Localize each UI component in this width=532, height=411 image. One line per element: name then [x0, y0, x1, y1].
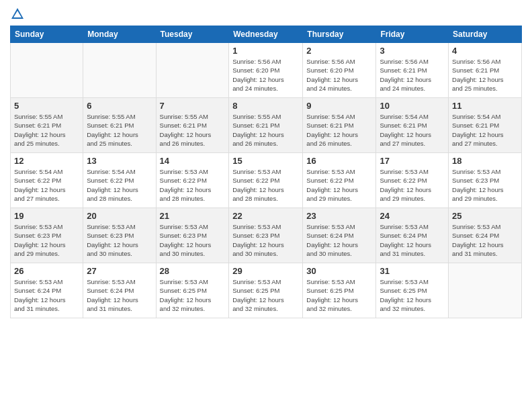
calendar-cell: 12Sunrise: 5:54 AM Sunset: 6:22 PM Dayli…: [11, 153, 83, 208]
calendar-cell: 30Sunrise: 5:53 AM Sunset: 6:25 PM Dayli…: [303, 263, 376, 318]
day-info: Sunrise: 5:53 AM Sunset: 6:23 PM Dayligh…: [452, 167, 518, 203]
day-info: Sunrise: 5:56 AM Sunset: 6:21 PM Dayligh…: [452, 57, 518, 93]
weekday-header-wednesday: Wednesday: [229, 26, 303, 43]
weekday-header-tuesday: Tuesday: [156, 26, 229, 43]
calendar-week-row: 5Sunrise: 5:55 AM Sunset: 6:21 PM Daylig…: [11, 98, 522, 153]
calendar-cell: 17Sunrise: 5:53 AM Sunset: 6:22 PM Dayli…: [376, 153, 449, 208]
calendar-cell: 28Sunrise: 5:53 AM Sunset: 6:25 PM Dayli…: [156, 263, 229, 318]
page-container: SundayMondayTuesdayWednesdayThursdayFrid…: [0, 0, 532, 322]
day-number: 10: [380, 101, 445, 111]
day-number: 2: [306, 46, 372, 56]
day-number: 31: [380, 266, 445, 276]
logo-icon: [10, 7, 25, 21]
weekday-header-friday: Friday: [376, 26, 449, 43]
day-number: 19: [14, 211, 79, 221]
day-info: Sunrise: 5:53 AM Sunset: 6:25 PM Dayligh…: [306, 277, 372, 313]
calendar-cell: 6Sunrise: 5:55 AM Sunset: 6:21 PM Daylig…: [83, 98, 156, 153]
day-number: 27: [87, 266, 152, 276]
header: [10, 7, 522, 21]
day-info: Sunrise: 5:53 AM Sunset: 6:24 PM Dayligh…: [380, 222, 445, 258]
day-info: Sunrise: 5:53 AM Sunset: 6:25 PM Dayligh…: [232, 277, 299, 313]
calendar-cell: 26Sunrise: 5:53 AM Sunset: 6:24 PM Dayli…: [11, 263, 83, 318]
day-number: 7: [160, 101, 226, 111]
day-info: Sunrise: 5:53 AM Sunset: 6:22 PM Dayligh…: [232, 167, 299, 203]
day-info: Sunrise: 5:54 AM Sunset: 6:22 PM Dayligh…: [14, 167, 79, 203]
day-number: 1: [232, 46, 299, 56]
day-info: Sunrise: 5:54 AM Sunset: 6:21 PM Dayligh…: [306, 112, 372, 148]
day-info: Sunrise: 5:53 AM Sunset: 6:23 PM Dayligh…: [14, 222, 79, 258]
calendar-cell: 29Sunrise: 5:53 AM Sunset: 6:25 PM Dayli…: [229, 263, 303, 318]
calendar-table: SundayMondayTuesdayWednesdayThursdayFrid…: [10, 26, 522, 318]
day-info: Sunrise: 5:53 AM Sunset: 6:22 PM Dayligh…: [380, 167, 445, 203]
day-info: Sunrise: 5:53 AM Sunset: 6:22 PM Dayligh…: [306, 167, 372, 203]
day-info: Sunrise: 5:54 AM Sunset: 6:21 PM Dayligh…: [452, 112, 518, 148]
weekday-header-thursday: Thursday: [303, 26, 376, 43]
day-info: Sunrise: 5:53 AM Sunset: 6:24 PM Dayligh…: [452, 222, 518, 258]
calendar-header-row: SundayMondayTuesdayWednesdayThursdayFrid…: [11, 26, 522, 43]
day-info: Sunrise: 5:55 AM Sunset: 6:21 PM Dayligh…: [232, 112, 299, 148]
day-info: Sunrise: 5:55 AM Sunset: 6:21 PM Dayligh…: [160, 112, 226, 148]
day-info: Sunrise: 5:53 AM Sunset: 6:25 PM Dayligh…: [380, 277, 445, 313]
day-number: 18: [452, 156, 518, 166]
day-number: 17: [380, 156, 445, 166]
calendar-cell: 19Sunrise: 5:53 AM Sunset: 6:23 PM Dayli…: [11, 208, 83, 263]
day-number: 16: [306, 156, 372, 166]
day-number: 21: [160, 211, 226, 221]
calendar-week-row: 26Sunrise: 5:53 AM Sunset: 6:24 PM Dayli…: [11, 263, 522, 318]
day-info: Sunrise: 5:56 AM Sunset: 6:20 PM Dayligh…: [306, 57, 372, 93]
day-number: 29: [232, 266, 299, 276]
calendar-cell: 14Sunrise: 5:53 AM Sunset: 6:22 PM Dayli…: [156, 153, 229, 208]
day-info: Sunrise: 5:54 AM Sunset: 6:22 PM Dayligh…: [87, 167, 152, 203]
day-info: Sunrise: 5:56 AM Sunset: 6:21 PM Dayligh…: [380, 57, 445, 93]
day-number: 14: [160, 156, 226, 166]
day-number: 15: [232, 156, 299, 166]
weekday-header-sunday: Sunday: [11, 26, 83, 43]
day-number: 6: [87, 101, 152, 111]
day-info: Sunrise: 5:53 AM Sunset: 6:22 PM Dayligh…: [160, 167, 226, 203]
calendar-cell: 16Sunrise: 5:53 AM Sunset: 6:22 PM Dayli…: [303, 153, 376, 208]
day-number: 28: [160, 266, 226, 276]
calendar-cell: 27Sunrise: 5:53 AM Sunset: 6:24 PM Dayli…: [83, 263, 156, 318]
day-info: Sunrise: 5:56 AM Sunset: 6:20 PM Dayligh…: [232, 57, 299, 93]
day-number: 30: [306, 266, 372, 276]
day-number: 3: [380, 46, 445, 56]
day-number: 26: [14, 266, 79, 276]
day-number: 22: [232, 211, 299, 221]
day-info: Sunrise: 5:53 AM Sunset: 6:25 PM Dayligh…: [160, 277, 226, 313]
weekday-header-saturday: Saturday: [449, 26, 522, 43]
day-info: Sunrise: 5:53 AM Sunset: 6:23 PM Dayligh…: [232, 222, 299, 258]
calendar-cell: [156, 43, 229, 98]
calendar-week-row: 12Sunrise: 5:54 AM Sunset: 6:22 PM Dayli…: [11, 153, 522, 208]
calendar-cell: [449, 263, 522, 318]
day-number: 11: [452, 101, 518, 111]
calendar-cell: 15Sunrise: 5:53 AM Sunset: 6:22 PM Dayli…: [229, 153, 303, 208]
calendar-cell: 20Sunrise: 5:53 AM Sunset: 6:23 PM Dayli…: [83, 208, 156, 263]
calendar-cell: [11, 43, 83, 98]
calendar-cell: 3Sunrise: 5:56 AM Sunset: 6:21 PM Daylig…: [376, 43, 449, 98]
weekday-header-monday: Monday: [83, 26, 156, 43]
calendar-cell: 9Sunrise: 5:54 AM Sunset: 6:21 PM Daylig…: [303, 98, 376, 153]
calendar-cell: 2Sunrise: 5:56 AM Sunset: 6:20 PM Daylig…: [303, 43, 376, 98]
calendar-cell: 11Sunrise: 5:54 AM Sunset: 6:21 PM Dayli…: [449, 98, 522, 153]
calendar-week-row: 1Sunrise: 5:56 AM Sunset: 6:20 PM Daylig…: [11, 43, 522, 98]
calendar-cell: 31Sunrise: 5:53 AM Sunset: 6:25 PM Dayli…: [376, 263, 449, 318]
day-info: Sunrise: 5:55 AM Sunset: 6:21 PM Dayligh…: [14, 112, 79, 148]
day-info: Sunrise: 5:53 AM Sunset: 6:24 PM Dayligh…: [14, 277, 79, 313]
day-info: Sunrise: 5:55 AM Sunset: 6:21 PM Dayligh…: [87, 112, 152, 148]
calendar-cell: 21Sunrise: 5:53 AM Sunset: 6:23 PM Dayli…: [156, 208, 229, 263]
day-number: 20: [87, 211, 152, 221]
day-number: 23: [306, 211, 372, 221]
calendar-cell: 18Sunrise: 5:53 AM Sunset: 6:23 PM Dayli…: [449, 153, 522, 208]
day-number: 5: [14, 101, 79, 111]
day-info: Sunrise: 5:53 AM Sunset: 6:24 PM Dayligh…: [87, 277, 152, 313]
day-info: Sunrise: 5:53 AM Sunset: 6:24 PM Dayligh…: [306, 222, 372, 258]
day-number: 13: [87, 156, 152, 166]
day-info: Sunrise: 5:53 AM Sunset: 6:23 PM Dayligh…: [87, 222, 152, 258]
calendar-cell: 5Sunrise: 5:55 AM Sunset: 6:21 PM Daylig…: [11, 98, 83, 153]
day-number: 8: [232, 101, 299, 111]
day-info: Sunrise: 5:53 AM Sunset: 6:23 PM Dayligh…: [160, 222, 226, 258]
calendar-cell: 10Sunrise: 5:54 AM Sunset: 6:21 PM Dayli…: [376, 98, 449, 153]
day-number: 9: [306, 101, 372, 111]
calendar-cell: [83, 43, 156, 98]
calendar-cell: 4Sunrise: 5:56 AM Sunset: 6:21 PM Daylig…: [449, 43, 522, 98]
